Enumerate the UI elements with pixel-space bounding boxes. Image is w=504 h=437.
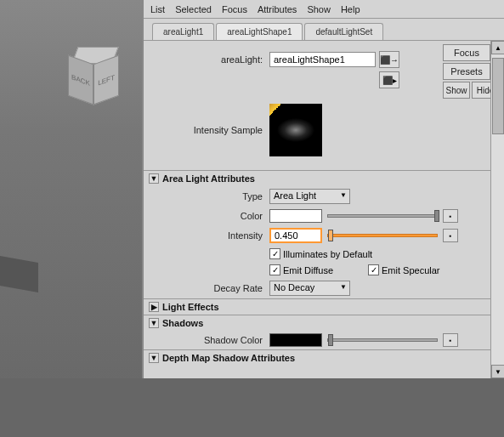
attribute-editor-panel: List Selected Focus Attributes Show Help… [142, 0, 504, 378]
tab-defaultlightset[interactable]: defaultLightSet [304, 23, 383, 40]
intensity-sample-row: Intensity Sample [144, 92, 504, 170]
collapse-icon: ▼ [149, 173, 159, 184]
section-shadows: ▼ Shadows Shadow Color ▪ [144, 315, 504, 349]
intensity-sample-swatch[interactable] [269, 104, 322, 156]
view-cube[interactable]: BACK LEFT [68, 47, 123, 102]
collapse-icon: ▼ [149, 353, 159, 363]
shadow-color-swatch[interactable] [269, 333, 322, 347]
emit-diffuse-label: Emit Diffuse [283, 265, 368, 275]
emit-diffuse-checkbox[interactable]: ✓ [269, 264, 280, 275]
focus-button[interactable]: Focus [443, 44, 490, 61]
scrollbar[interactable]: ▲ ▼ [490, 41, 504, 378]
intensity-slider[interactable] [327, 234, 438, 237]
tab-arealight1[interactable]: areaLight1 [152, 23, 214, 40]
section-light-effects: ▶ Light Effects [144, 298, 504, 315]
viewport-3d[interactable]: BACK LEFT [0, 0, 142, 437]
shadow-color-map-button[interactable]: ▪ [443, 333, 458, 347]
section-title-ala: Area Light Attributes [162, 173, 255, 184]
decay-select[interactable]: No Decay [269, 281, 350, 296]
section-head-dms[interactable]: ▼ Depth Map Shadow Attributes [144, 350, 504, 366]
select-input-button[interactable]: ⬛→ [379, 51, 399, 68]
node-name-label: areaLight: [150, 54, 269, 65]
shadow-color-slider[interactable] [327, 338, 438, 342]
node-tabs: areaLight1 areaLightShape1 defaultLightS… [144, 19, 504, 41]
bottom-area [0, 378, 504, 437]
emit-specular-checkbox[interactable]: ✓ [368, 264, 379, 275]
type-label: Type [150, 191, 269, 201]
menu-attributes[interactable]: Attributes [258, 4, 297, 14]
section-head-shadows[interactable]: ▼ Shadows [144, 315, 504, 331]
intensity-map-button[interactable]: ▪ [443, 229, 458, 242]
menu-list[interactable]: List [150, 4, 165, 14]
tab-arealightshape1[interactable]: areaLightShape1 [216, 23, 303, 40]
section-depth-map-shadow: ▼ Depth Map Shadow Attributes [144, 349, 504, 366]
menu-show[interactable]: Show [307, 4, 331, 14]
cube-left-face[interactable]: LEFT [93, 55, 119, 105]
shadow-color-label: Shadow Color [150, 335, 269, 345]
emit-specular-label: Emit Specular [382, 265, 439, 275]
color-slider[interactable] [327, 214, 438, 218]
illuminates-checkbox[interactable]: ✓ [269, 248, 280, 259]
section-area-light-attributes: ▼ Area Light Attributes Type Area Light … [144, 170, 504, 298]
section-head-ala[interactable]: ▼ Area Light Attributes [144, 171, 504, 186]
menu-focus[interactable]: Focus [222, 4, 247, 14]
color-swatch[interactable] [269, 209, 322, 223]
select-output-button[interactable]: ⬛▸ [379, 71, 399, 88]
color-map-button[interactable]: ▪ [443, 209, 458, 223]
menu-help[interactable]: Help [341, 4, 360, 14]
expand-icon: ▶ [149, 302, 159, 312]
section-head-le[interactable]: ▶ Light Effects [144, 299, 504, 315]
show-button[interactable]: Show [443, 82, 470, 99]
section-title-shadows: Shadows [162, 318, 203, 328]
ground-plane [0, 256, 38, 292]
menubar: List Selected Focus Attributes Show Help [144, 0, 504, 19]
presets-button[interactable]: Presets [443, 63, 490, 80]
collapse-icon: ▼ [149, 318, 159, 328]
type-select[interactable]: Area Light [269, 189, 350, 204]
intensity-input[interactable] [269, 228, 322, 243]
decay-label: Decay Rate [150, 283, 269, 293]
node-name-input[interactable] [269, 52, 376, 67]
scroll-thumb[interactable] [492, 58, 504, 134]
cube-back-face[interactable]: BACK [68, 55, 93, 105]
section-title-le: Light Effects [162, 302, 219, 312]
section-title-dms: Depth Map Shadow Attributes [162, 353, 295, 363]
illuminates-label: Illuminates by Default [283, 249, 372, 259]
scroll-down-icon[interactable]: ▼ [491, 365, 504, 378]
intensity-sample-label: Intensity Sample [150, 125, 269, 135]
color-label: Color [150, 211, 269, 221]
scroll-up-icon[interactable]: ▲ [491, 41, 504, 54]
intensity-label: Intensity [150, 230, 269, 241]
menu-selected[interactable]: Selected [175, 4, 212, 14]
